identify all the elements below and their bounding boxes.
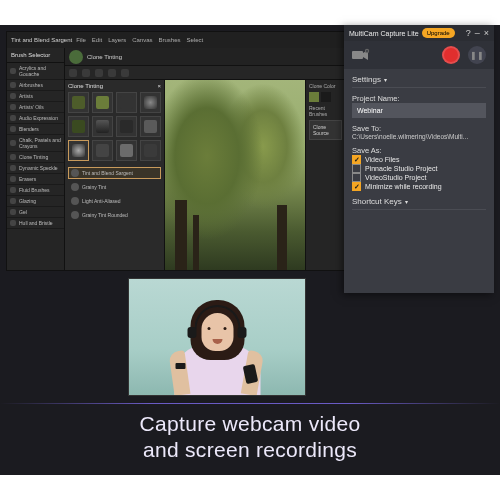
category-item[interactable]: Artists <box>7 91 64 102</box>
person-graphic <box>170 297 265 395</box>
art-app-window: Tint and Blend Sargent File Edit Layers … <box>6 31 346 271</box>
menu-layers[interactable]: Layers <box>108 37 126 43</box>
color-swatch[interactable] <box>321 92 331 102</box>
capture-toolbar: ❚❚ <box>344 41 494 69</box>
pause-button[interactable]: ❚❚ <box>468 46 486 64</box>
brush-variant[interactable] <box>92 92 113 113</box>
category-item[interactable]: Clone Tinting <box>7 152 64 163</box>
brush-category-rail: Brush Selector Acrylics and Gouache Airb… <box>7 48 65 270</box>
chevron-down-icon: ▾ <box>405 198 408 205</box>
category-item[interactable]: Audio Expression <box>7 113 64 124</box>
art-titlebar: Tint and Blend Sargent File Edit Layers … <box>7 32 345 48</box>
menu-edit[interactable]: Edit <box>92 37 102 43</box>
canvas-content <box>175 200 187 270</box>
checkbox-icon <box>352 164 361 173</box>
brush-variant[interactable] <box>140 140 161 161</box>
brush-variant[interactable] <box>92 140 113 161</box>
category-item[interactable]: Airbrushes <box>7 80 64 91</box>
category-item[interactable]: Hull and Bristle <box>7 218 64 229</box>
checkbox-icon <box>352 173 361 182</box>
help-icon[interactable]: ? <box>466 28 471 38</box>
category-item[interactable]: Dynamic Speckle <box>7 163 64 174</box>
panel-title: Clone Tinting <box>68 83 103 89</box>
caption-line: and screen recordings <box>0 437 500 463</box>
opt-videostudio[interactable]: VideoStudio Project <box>352 173 486 182</box>
tool-icon[interactable] <box>82 69 90 77</box>
svg-point-3 <box>366 50 368 52</box>
canvas-content <box>277 205 287 270</box>
canvas-content <box>193 215 199 270</box>
recent-brushes-label: Recent Brushes <box>309 105 342 117</box>
clone-color-label: Clone Color <box>309 83 342 89</box>
art-title: Tint and Blend Sargent <box>11 37 72 43</box>
checkbox-icon: ✓ <box>352 155 361 164</box>
clone-source-box: Clone Source <box>309 120 342 140</box>
device-settings-icon[interactable] <box>352 48 372 62</box>
category-item[interactable]: Gel <box>7 207 64 218</box>
tool-icon[interactable] <box>69 69 77 77</box>
menu-brushes[interactable]: Brushes <box>159 37 181 43</box>
project-name-label: Project Name: <box>352 94 486 103</box>
close-icon[interactable]: × <box>157 83 161 89</box>
brush-variant-row[interactable]: Grainy Tint <box>68 181 161 193</box>
capture-titlebar: MultiCam Capture Lite Upgrade ? – × <box>344 25 494 41</box>
checkbox-icon: ✓ <box>352 182 361 191</box>
opt-pinnacle[interactable]: Pinnacle Studio Project <box>352 164 486 173</box>
tool-icon[interactable] <box>121 69 129 77</box>
tool-options-row <box>65 66 345 80</box>
project-name-input[interactable] <box>352 103 486 118</box>
brush-category-label: Clone Tinting <box>87 54 122 60</box>
toolbar-row: Clone Tinting <box>65 48 345 66</box>
current-brush-chip[interactable] <box>69 50 83 64</box>
category-item[interactable]: Glazing <box>7 196 64 207</box>
category-item[interactable]: Acrylics and Gouache <box>7 63 64 80</box>
upgrade-button[interactable]: Upgrade <box>422 28 455 38</box>
svg-rect-0 <box>352 51 363 59</box>
brush-variant-panel: Clone Tinting× <box>65 80 165 270</box>
brush-variant[interactable] <box>116 140 137 161</box>
menu-file[interactable]: File <box>76 37 86 43</box>
brush-variant[interactable] <box>140 92 161 113</box>
brush-variant[interactable] <box>140 116 161 137</box>
minimize-icon[interactable]: – <box>475 28 480 38</box>
chevron-down-icon: ▾ <box>384 76 387 83</box>
shortcut-keys-header[interactable]: Shortcut Keys ▾ <box>352 197 486 210</box>
category-item[interactable]: Artists' Oils <box>7 102 64 113</box>
brush-variant-row[interactable]: Light Anti-Aliased <box>68 195 161 207</box>
caption-line: Capture webcam video <box>0 411 500 437</box>
brush-variant[interactable] <box>92 116 113 137</box>
record-button[interactable] <box>442 46 460 64</box>
save-to-path[interactable]: C:\Users\noelle.wilmering\Videos\Multi..… <box>352 133 486 140</box>
rail-header: Brush Selector <box>7 48 64 63</box>
category-item[interactable]: Erasers <box>7 174 64 185</box>
canvas[interactable] <box>165 80 305 270</box>
category-item[interactable]: Fluid Brushes <box>7 185 64 196</box>
menu-select[interactable]: Select <box>187 37 204 43</box>
opt-minimize[interactable]: ✓ Minimize while recording <box>352 182 486 191</box>
brush-variant[interactable] <box>68 92 89 113</box>
color-swatch[interactable] <box>309 92 319 102</box>
brush-variant[interactable] <box>116 116 137 137</box>
divider <box>0 403 500 404</box>
category-item[interactable]: Chalk, Pastels and Crayons <box>7 135 64 152</box>
tool-icon[interactable] <box>108 69 116 77</box>
save-as-label: Save As: <box>352 146 486 155</box>
save-to-label: Save To: <box>352 124 486 133</box>
menu-canvas[interactable]: Canvas <box>132 37 152 43</box>
settings-section-header[interactable]: Settings ▾ <box>352 75 486 88</box>
opt-video-files[interactable]: ✓ Video Files <box>352 155 486 164</box>
brush-variant[interactable] <box>116 92 137 113</box>
brush-variant-row[interactable]: Grainy Tint Rounded <box>68 209 161 221</box>
capture-panel: MultiCam Capture Lite Upgrade ? – × ❚❚ <box>344 25 494 293</box>
category-item[interactable]: Blenders <box>7 124 64 135</box>
brush-variant[interactable] <box>68 140 89 161</box>
app-title: MultiCam Capture Lite <box>349 30 419 37</box>
close-icon[interactable]: × <box>484 28 489 38</box>
marketing-caption: Capture webcam video and screen recordin… <box>0 411 500 464</box>
right-docker: Clone Color Recent Brushes Clone Source <box>305 80 345 270</box>
tool-icon[interactable] <box>95 69 103 77</box>
webcam-preview <box>128 278 306 396</box>
brush-variant-row[interactable]: Tint and Blend Sargent <box>68 167 161 179</box>
brush-variant[interactable] <box>68 116 89 137</box>
